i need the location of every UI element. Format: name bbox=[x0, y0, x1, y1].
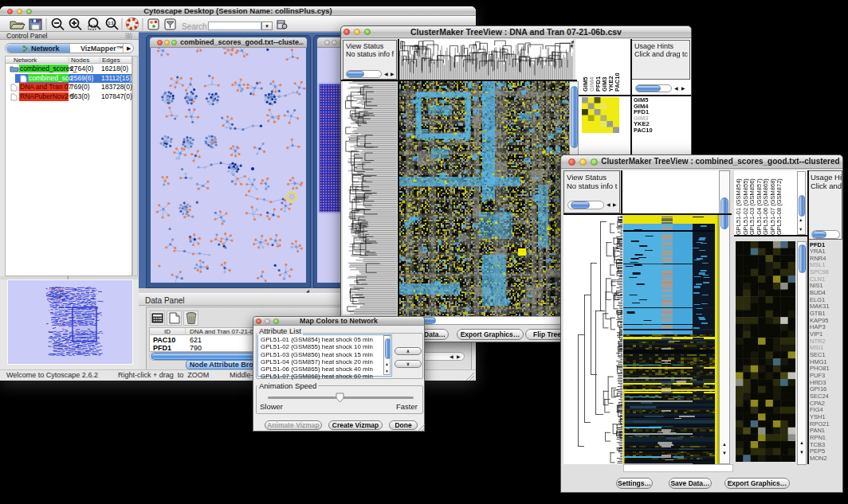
svg-text:1:1: 1:1 bbox=[108, 21, 114, 25]
